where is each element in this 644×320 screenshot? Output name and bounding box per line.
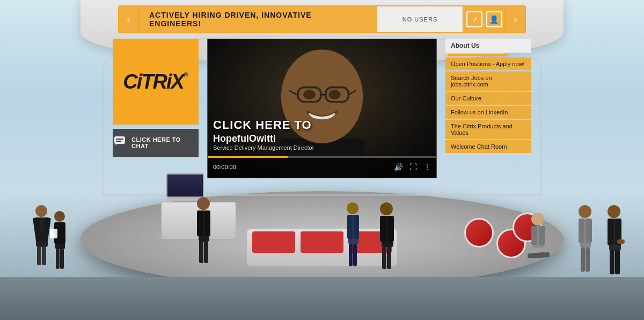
video-panel[interactable]: ClicK HERE TO HopefulOwitti Service Deli… <box>207 39 437 178</box>
svg-point-37 <box>608 205 620 218</box>
svg-rect-53 <box>116 141 121 142</box>
svg-rect-23 <box>349 244 353 266</box>
sofa-cushion-2 <box>301 231 343 253</box>
video-person-name: HopefulOwitti <box>213 133 431 144</box>
svg-point-31 <box>579 205 591 218</box>
person-figure-6 <box>572 205 598 274</box>
users-count-area: NO USERS <box>377 6 463 32</box>
chat-button[interactable]: CLICK HERE TO CHAT <box>113 129 199 157</box>
svg-point-66 <box>328 90 340 99</box>
svg-rect-39 <box>608 219 614 245</box>
fullscreen-button[interactable]: ⛶ <box>409 163 417 171</box>
person-figure-5 <box>373 202 400 272</box>
svg-rect-34 <box>586 219 592 243</box>
announcement-text: ACTIVELY HIRING DRIVEN, INNOVATIVE ENGIN… <box>149 11 366 28</box>
svg-rect-46 <box>531 226 537 245</box>
round-seat-1 <box>464 218 494 248</box>
left-panel: CiTRiX ® CLICK HERE TO CHAT <box>113 39 199 157</box>
svg-point-13 <box>197 197 210 210</box>
top-navigation-bar: ‹ ACTIVELY HIRING DRIVEN, INNOVATIVE ENG… <box>118 5 526 33</box>
avatar-button[interactable]: 👤 <box>486 11 502 27</box>
svg-rect-29 <box>382 246 386 269</box>
svg-rect-27 <box>380 216 386 242</box>
users-count-text: NO USERS <box>402 16 437 23</box>
svg-point-59 <box>281 49 363 143</box>
sofa-cushion-1 <box>252 231 295 253</box>
topbar-action-icons: ↗ 👤 <box>463 6 506 32</box>
svg-point-6 <box>54 211 65 222</box>
person-figure-7 <box>600 205 628 277</box>
svg-rect-15 <box>197 210 203 236</box>
svg-rect-52 <box>116 139 123 140</box>
citrix-logo-box: CiTRiX ® <box>113 39 199 125</box>
svg-rect-11 <box>60 249 64 269</box>
video-progress-fill <box>208 156 288 158</box>
prev-icon: ‹ <box>127 14 130 25</box>
video-person-title: Service Delivery Management Director <box>213 144 431 151</box>
next-icon: › <box>514 14 517 25</box>
external-link-icon: ↗ <box>472 16 478 24</box>
person-figure-8 <box>523 213 553 266</box>
main-content-area: CiTRiX ® CLICK HERE TO CHAT <box>113 39 531 178</box>
avatar-icon: 👤 <box>489 15 499 24</box>
menu-item-follow-linkedin[interactable]: Follow us on LinkedIn <box>445 106 531 119</box>
svg-rect-24 <box>353 244 357 266</box>
svg-rect-47 <box>539 226 545 245</box>
citrix-registered-mark: ® <box>184 71 188 79</box>
menu-item-products-values[interactable]: The Citrix Products and Values <box>445 120 531 139</box>
svg-rect-30 <box>387 246 391 269</box>
external-link-button[interactable]: ↗ <box>466 11 482 27</box>
svg-point-19 <box>347 202 358 214</box>
svg-rect-4 <box>37 246 41 265</box>
right-menu-panel: About Us Open Positions - Apply now! Sea… <box>445 39 531 153</box>
volume-button[interactable]: 🔊 <box>394 163 403 171</box>
svg-rect-42 <box>615 250 620 274</box>
person-figure-3 <box>191 197 216 266</box>
menu-item-our-culture[interactable]: Our Culture <box>445 92 531 105</box>
svg-point-65 <box>303 90 315 99</box>
chat-icon <box>113 135 126 151</box>
menu-header: About Us <box>445 39 531 53</box>
person-figure-2 <box>48 210 71 272</box>
svg-rect-33 <box>579 219 584 243</box>
svg-rect-28 <box>387 216 394 242</box>
menu-item-open-positions[interactable]: Open Positions - Apply now! <box>445 57 531 70</box>
floor <box>0 277 644 320</box>
person-figure-4 <box>341 202 365 269</box>
svg-rect-35 <box>581 248 585 272</box>
video-overlay-info: HopefulOwitti Service Delivery Managemen… <box>213 133 431 151</box>
svg-rect-50 <box>114 136 125 144</box>
menu-item-search-jobs[interactable]: Search Jobs on jobs.citrix.com <box>445 71 531 91</box>
menu-header-accent <box>448 54 508 56</box>
svg-marker-51 <box>114 144 118 146</box>
menu-item-welcome-chat[interactable]: Welcome Chat Room <box>445 140 531 153</box>
svg-rect-43 <box>617 239 625 244</box>
svg-point-0 <box>35 205 47 217</box>
svg-rect-36 <box>586 248 590 272</box>
citrix-logo-text: CiTRiX <box>123 71 184 92</box>
next-button[interactable]: › <box>506 6 525 32</box>
svg-rect-18 <box>204 241 208 263</box>
video-controls-bar: 00:00:00 🔊 ⛶ ⋮ <box>208 156 436 178</box>
svg-point-25 <box>380 202 393 215</box>
menu-items-list: Open Positions - Apply now! Search Jobs … <box>445 57 531 153</box>
chat-button-label: CLICK HERE TO CHAT <box>131 136 198 149</box>
svg-rect-41 <box>610 250 614 274</box>
svg-rect-16 <box>204 210 210 236</box>
svg-rect-9 <box>60 222 65 244</box>
prev-button[interactable]: ‹ <box>119 6 138 32</box>
video-content: ClicK HERE TO HopefulOwitti Service Deli… <box>208 39 436 178</box>
svg-rect-21 <box>347 215 353 239</box>
announcement-area: ACTIVELY HIRING DRIVEN, INNOVATIVE ENGIN… <box>138 6 377 32</box>
video-time-display: 00:00:00 <box>213 164 387 170</box>
svg-rect-12 <box>50 229 57 238</box>
svg-rect-10 <box>56 249 60 269</box>
svg-point-44 <box>531 213 544 226</box>
svg-rect-5 <box>42 246 46 265</box>
video-progress-bar[interactable] <box>208 156 436 158</box>
svg-rect-22 <box>354 215 359 239</box>
video-menu-button[interactable]: ⋮ <box>423 163 431 171</box>
svg-rect-17 <box>199 241 203 263</box>
